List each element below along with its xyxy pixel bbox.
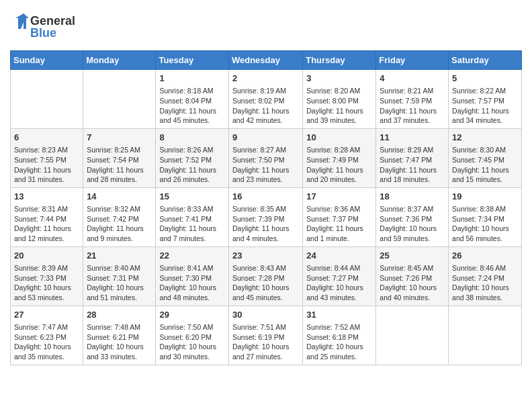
cell-content: Sunrise: 8:32 AM Sunset: 7:42 PM Dayligh… xyxy=(87,204,152,244)
cell-content: Sunrise: 7:48 AM Sunset: 6:21 PM Dayligh… xyxy=(87,322,152,362)
cell-content: Sunrise: 8:39 AM Sunset: 7:33 PM Dayligh… xyxy=(14,263,79,303)
day-number: 28 xyxy=(87,309,152,321)
header-row: SundayMondayTuesdayWednesdayThursdayFrid… xyxy=(11,51,522,70)
calendar-cell: 6Sunrise: 8:23 AM Sunset: 7:55 PM Daylig… xyxy=(11,128,83,187)
cell-content: Sunrise: 7:51 AM Sunset: 6:19 PM Dayligh… xyxy=(232,322,299,362)
header-day-tuesday: Tuesday xyxy=(156,51,229,70)
day-number: 10 xyxy=(306,132,372,144)
svg-text:Blue: Blue xyxy=(30,26,56,40)
day-number: 25 xyxy=(380,250,445,262)
calendar-cell xyxy=(449,306,522,365)
calendar-cell xyxy=(83,70,156,129)
day-number: 7 xyxy=(87,132,152,144)
cell-content: Sunrise: 8:30 AM Sunset: 7:45 PM Dayligh… xyxy=(452,145,518,185)
day-number: 23 xyxy=(232,250,299,262)
day-number: 13 xyxy=(14,191,79,203)
day-number: 5 xyxy=(452,73,518,85)
day-number: 20 xyxy=(14,250,79,262)
cell-content: Sunrise: 7:47 AM Sunset: 6:23 PM Dayligh… xyxy=(14,322,79,362)
cell-content: Sunrise: 8:37 AM Sunset: 7:36 PM Dayligh… xyxy=(380,204,445,244)
calendar-cell: 10Sunrise: 8:28 AM Sunset: 7:49 PM Dayli… xyxy=(303,128,376,187)
cell-content: Sunrise: 8:23 AM Sunset: 7:55 PM Dayligh… xyxy=(14,145,79,185)
cell-content: Sunrise: 7:50 AM Sunset: 6:20 PM Dayligh… xyxy=(159,322,225,362)
header-day-saturday: Saturday xyxy=(449,51,522,70)
calendar-cell: 17Sunrise: 8:36 AM Sunset: 7:37 PM Dayli… xyxy=(303,187,376,246)
day-number: 27 xyxy=(14,309,79,321)
day-number: 19 xyxy=(452,191,518,203)
cell-content: Sunrise: 8:22 AM Sunset: 7:57 PM Dayligh… xyxy=(452,86,518,126)
day-number: 6 xyxy=(14,132,79,144)
calendar-cell: 14Sunrise: 8:32 AM Sunset: 7:42 PM Dayli… xyxy=(83,187,156,246)
calendar-cell: 13Sunrise: 8:31 AM Sunset: 7:44 PM Dayli… xyxy=(11,187,83,246)
cell-content: Sunrise: 8:18 AM Sunset: 8:04 PM Dayligh… xyxy=(159,86,225,126)
calendar-cell: 19Sunrise: 8:38 AM Sunset: 7:34 PM Dayli… xyxy=(449,187,522,246)
cell-content: Sunrise: 8:45 AM Sunset: 7:26 PM Dayligh… xyxy=(380,263,445,303)
cell-content: Sunrise: 8:20 AM Sunset: 8:00 PM Dayligh… xyxy=(306,86,372,126)
calendar-cell: 29Sunrise: 7:50 AM Sunset: 6:20 PM Dayli… xyxy=(156,306,229,365)
calendar-cell: 20Sunrise: 8:39 AM Sunset: 7:33 PM Dayli… xyxy=(11,246,83,306)
day-number: 12 xyxy=(452,132,518,144)
calendar-cell: 16Sunrise: 8:35 AM Sunset: 7:39 PM Dayli… xyxy=(228,187,302,246)
calendar-cell: 15Sunrise: 8:33 AM Sunset: 7:41 PM Dayli… xyxy=(156,187,229,246)
cell-content: Sunrise: 8:31 AM Sunset: 7:44 PM Dayligh… xyxy=(14,204,79,244)
calendar-cell xyxy=(376,306,449,365)
calendar-cell: 12Sunrise: 8:30 AM Sunset: 7:45 PM Dayli… xyxy=(449,128,522,187)
calendar-body: 1Sunrise: 8:18 AM Sunset: 8:04 PM Daylig… xyxy=(11,70,522,365)
day-number: 8 xyxy=(159,132,225,144)
day-number: 11 xyxy=(380,132,445,144)
cell-content: Sunrise: 8:33 AM Sunset: 7:41 PM Dayligh… xyxy=(159,204,225,244)
calendar-cell: 8Sunrise: 8:26 AM Sunset: 7:52 PM Daylig… xyxy=(156,128,229,187)
cell-content: Sunrise: 8:29 AM Sunset: 7:47 PM Dayligh… xyxy=(380,145,445,185)
calendar-header: SundayMondayTuesdayWednesdayThursdayFrid… xyxy=(11,51,522,70)
calendar-cell: 24Sunrise: 8:44 AM Sunset: 7:27 PM Dayli… xyxy=(303,246,376,306)
calendar-week-4: 20Sunrise: 8:39 AM Sunset: 7:33 PM Dayli… xyxy=(11,246,522,306)
day-number: 9 xyxy=(232,132,299,144)
calendar-cell: 23Sunrise: 8:43 AM Sunset: 7:28 PM Dayli… xyxy=(228,246,302,306)
cell-content: Sunrise: 8:35 AM Sunset: 7:39 PM Dayligh… xyxy=(232,204,299,244)
calendar-week-5: 27Sunrise: 7:47 AM Sunset: 6:23 PM Dayli… xyxy=(11,306,522,365)
logo-svg: GeneralBlue xyxy=(10,10,91,44)
day-number: 18 xyxy=(380,191,445,203)
cell-content: Sunrise: 8:38 AM Sunset: 7:34 PM Dayligh… xyxy=(452,204,518,244)
cell-content: Sunrise: 8:44 AM Sunset: 7:27 PM Dayligh… xyxy=(306,263,372,303)
day-number: 3 xyxy=(306,73,372,85)
calendar-cell: 2Sunrise: 8:19 AM Sunset: 8:02 PM Daylig… xyxy=(228,70,302,129)
calendar-cell: 1Sunrise: 8:18 AM Sunset: 8:04 PM Daylig… xyxy=(156,70,229,129)
header-day-thursday: Thursday xyxy=(303,51,376,70)
cell-content: Sunrise: 8:28 AM Sunset: 7:49 PM Dayligh… xyxy=(306,145,372,185)
cell-content: Sunrise: 8:36 AM Sunset: 7:37 PM Dayligh… xyxy=(306,204,372,244)
day-number: 4 xyxy=(380,73,445,85)
day-number: 29 xyxy=(159,309,225,321)
day-number: 31 xyxy=(306,309,372,321)
calendar-cell: 22Sunrise: 8:41 AM Sunset: 7:30 PM Dayli… xyxy=(156,246,229,306)
calendar-cell: 18Sunrise: 8:37 AM Sunset: 7:36 PM Dayli… xyxy=(376,187,449,246)
day-number: 1 xyxy=(159,73,225,85)
calendar-cell: 27Sunrise: 7:47 AM Sunset: 6:23 PM Dayli… xyxy=(11,306,83,365)
calendar-cell: 5Sunrise: 8:22 AM Sunset: 7:57 PM Daylig… xyxy=(449,70,522,129)
calendar-cell: 7Sunrise: 8:25 AM Sunset: 7:54 PM Daylig… xyxy=(83,128,156,187)
day-number: 14 xyxy=(87,191,152,203)
calendar-week-3: 13Sunrise: 8:31 AM Sunset: 7:44 PM Dayli… xyxy=(11,187,522,246)
calendar-cell: 26Sunrise: 8:46 AM Sunset: 7:24 PM Dayli… xyxy=(449,246,522,306)
cell-content: Sunrise: 7:52 AM Sunset: 6:18 PM Dayligh… xyxy=(306,322,372,362)
header-day-wednesday: Wednesday xyxy=(228,51,302,70)
cell-content: Sunrise: 8:25 AM Sunset: 7:54 PM Dayligh… xyxy=(87,145,152,185)
calendar-cell: 28Sunrise: 7:48 AM Sunset: 6:21 PM Dayli… xyxy=(83,306,156,365)
logo: GeneralBlue xyxy=(10,10,91,44)
header-day-friday: Friday xyxy=(376,51,449,70)
header-day-sunday: Sunday xyxy=(11,51,83,70)
page-header: GeneralBlue xyxy=(10,10,522,44)
calendar-cell: 25Sunrise: 8:45 AM Sunset: 7:26 PM Dayli… xyxy=(376,246,449,306)
calendar-cell: 4Sunrise: 8:21 AM Sunset: 7:59 PM Daylig… xyxy=(376,70,449,129)
day-number: 30 xyxy=(232,309,299,321)
calendar-cell: 31Sunrise: 7:52 AM Sunset: 6:18 PM Dayli… xyxy=(303,306,376,365)
calendar-cell: 9Sunrise: 8:27 AM Sunset: 7:50 PM Daylig… xyxy=(228,128,302,187)
cell-content: Sunrise: 8:41 AM Sunset: 7:30 PM Dayligh… xyxy=(159,263,225,303)
cell-content: Sunrise: 8:19 AM Sunset: 8:02 PM Dayligh… xyxy=(232,86,299,126)
cell-content: Sunrise: 8:27 AM Sunset: 7:50 PM Dayligh… xyxy=(232,145,299,185)
calendar-cell: 3Sunrise: 8:20 AM Sunset: 8:00 PM Daylig… xyxy=(303,70,376,129)
svg-text:General: General xyxy=(30,14,75,28)
day-number: 15 xyxy=(159,191,225,203)
day-number: 26 xyxy=(452,250,518,262)
day-number: 24 xyxy=(306,250,372,262)
